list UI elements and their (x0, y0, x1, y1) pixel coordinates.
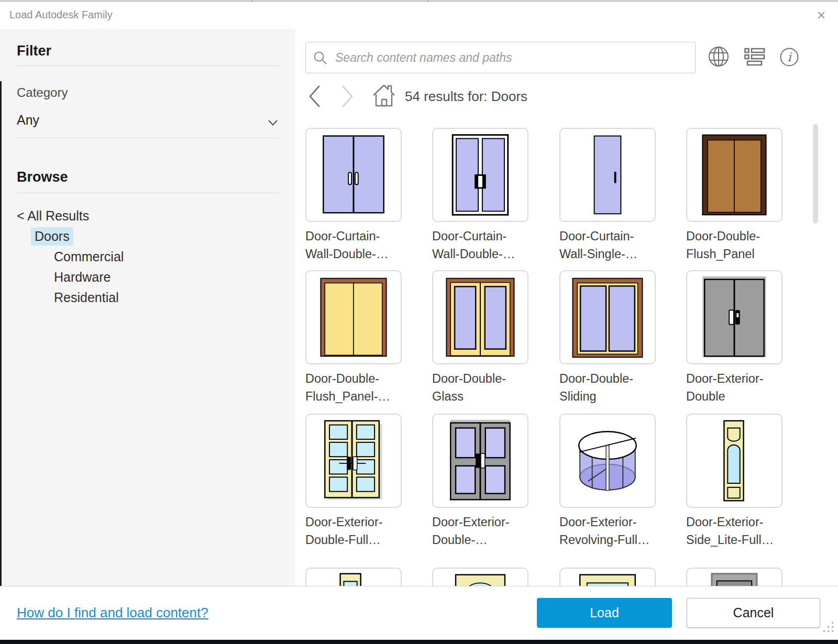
family-card-label: Door-Exterior-Double-Full… (305, 513, 403, 549)
family-card-label: Door-Double-Sliding (559, 370, 657, 405)
help-link[interactable]: How do I find and load content? (17, 605, 208, 621)
family-card[interactable] (559, 568, 656, 586)
tree-item-residential[interactable]: Residential (54, 290, 119, 305)
family-card[interactable] (686, 128, 782, 222)
door-thumbnail (306, 271, 401, 363)
family-card[interactable] (305, 568, 402, 586)
dialog-title: Load Autodesk Family (9, 9, 113, 21)
back-arrow-icon[interactable] (306, 84, 322, 108)
results-panel: i 54 results for: Doors Door-Curtain-Wal… (295, 29, 838, 586)
browse-heading: Browse (17, 169, 68, 185)
divider (17, 138, 279, 138)
tree-item-hardware[interactable]: Hardware (54, 270, 111, 285)
family-card[interactable] (686, 414, 782, 508)
info-icon[interactable]: i (779, 47, 799, 67)
family-card[interactable] (305, 128, 402, 222)
family-card[interactable] (559, 128, 656, 222)
door-thumbnail (560, 569, 655, 586)
search-input[interactable] (334, 50, 688, 65)
family-card-label: Door-Exterior-Revolving-Full… (559, 513, 657, 549)
cancel-button[interactable]: Cancel (687, 598, 820, 628)
tree-item-commercial[interactable]: Commercial (54, 249, 124, 264)
family-card[interactable] (686, 270, 782, 364)
family-card[interactable] (305, 270, 402, 364)
results-count-text: 54 results for: Doors (405, 88, 527, 105)
load-button[interactable]: Load (537, 598, 672, 628)
door-thumbnail (306, 129, 401, 221)
door-thumbnail (560, 129, 655, 221)
list-view-icon[interactable] (744, 48, 765, 66)
tree-item-doors-selected[interactable]: Doors (31, 227, 73, 246)
door-thumbnail (433, 129, 527, 221)
family-card[interactable] (432, 128, 528, 222)
divider (17, 65, 279, 66)
family-card[interactable] (432, 414, 528, 508)
divider (17, 193, 279, 193)
family-card-label: Door-Curtain-Wall-Double-… (305, 227, 403, 263)
family-card-label: Door-Exterior-Side_Lite-Full… (686, 513, 784, 549)
home-icon[interactable] (372, 83, 395, 108)
category-value: Any (17, 113, 39, 127)
family-card[interactable] (432, 270, 528, 364)
search-box (305, 42, 696, 73)
door-thumbnail (687, 569, 781, 586)
door-thumbnail (433, 415, 527, 507)
family-card-label: Door-Exterior-Double (686, 370, 784, 405)
family-card[interactable] (686, 568, 782, 586)
door-thumbnail (687, 415, 781, 507)
family-card-label: Door-Double-Flush_Panel (686, 227, 784, 263)
dialog-footer: How do I find and load content? Load Can… (0, 586, 838, 640)
door-thumbnail (433, 271, 527, 363)
desktop-edge-left (0, 81, 2, 586)
dialog-titlebar: Load Autodesk Family ✕ (0, 2, 838, 29)
door-thumbnail (306, 569, 401, 586)
family-card[interactable] (305, 414, 402, 508)
desktop-edge-bottom (0, 640, 838, 644)
family-card-label: Door-Double-Glass (432, 370, 530, 405)
family-card-label: Door-Curtain-Wall-Single-… (559, 227, 657, 263)
category-dropdown[interactable]: Any (17, 113, 279, 132)
family-card-label: Door-Exterior-Double-… (432, 513, 530, 549)
filter-sidebar: Filter Category Any Browse < All Results… (0, 29, 295, 586)
family-card[interactable] (432, 568, 528, 586)
door-thumbnail (433, 569, 527, 586)
tree-item-all-results[interactable]: < All Results (17, 208, 89, 224)
scrollbar-thumb[interactable] (813, 124, 818, 224)
resize-grip-icon[interactable] (819, 620, 835, 636)
family-card[interactable] (559, 414, 656, 508)
filter-heading: Filter (17, 43, 51, 59)
close-button[interactable]: ✕ (812, 6, 831, 25)
family-card-label: Door-Curtain-Wall-Double-… (432, 227, 530, 263)
door-thumbnail (687, 271, 781, 363)
door-thumbnail (560, 415, 655, 507)
family-card[interactable] (559, 270, 656, 364)
family-card-label: Door-Double-Flush_Panel-… (305, 370, 403, 405)
category-label: Category (17, 85, 68, 100)
door-thumbnail (560, 271, 655, 363)
search-icon (313, 51, 327, 65)
svg-text:i: i (787, 50, 792, 64)
door-thumbnail (306, 415, 401, 507)
forward-arrow-icon[interactable] (340, 84, 356, 108)
chevron-down-icon (268, 119, 278, 128)
globe-icon[interactable] (708, 46, 730, 68)
door-thumbnail (687, 129, 781, 221)
